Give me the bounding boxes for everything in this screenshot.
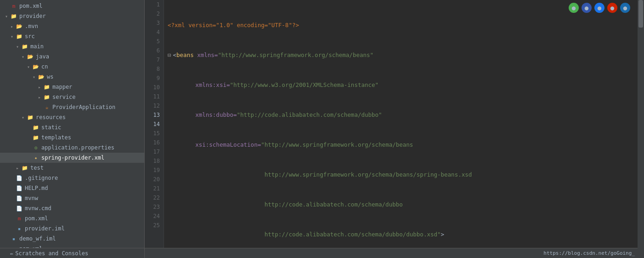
tree-item-src[interactable]: 📁 src: [0, 31, 144, 41]
file-icon: 📄: [16, 195, 23, 202]
tree-item-label: ProviderApplication: [52, 104, 115, 110]
tree-item-label: static: [41, 124, 61, 131]
tree-item-label: HELP.md: [25, 185, 48, 191]
scratches-and-consoles[interactable]: ✏️ Scratches and Consoles: [0, 248, 144, 258]
scrollbar-thumb[interactable]: [638, 0, 643, 28]
tree-item-application-properties[interactable]: ⚙ application.properties: [0, 143, 144, 153]
tree-item-templates[interactable]: 📁 templates: [0, 132, 144, 143]
code-line-2: ⊟<beans xmlns="http://www.springframewor…: [168, 51, 640, 60]
md-icon: 📄: [16, 184, 23, 192]
line-num-15: 15: [147, 129, 160, 138]
file-icon: 📄: [16, 174, 23, 182]
folder-blue-icon: 📂: [27, 53, 34, 60]
line-num-1: 1: [147, 0, 160, 9]
tree-item-main[interactable]: 📁 main: [0, 41, 144, 52]
arrow-icon: [20, 54, 26, 59]
tree-item-help-md[interactable]: 📄 HELP.md: [0, 183, 144, 193]
tree-item-label: mvnw.cmd: [25, 205, 51, 212]
file-icon: 📄: [16, 205, 23, 212]
tree-item-label: src: [25, 33, 35, 40]
line-num-6: 6: [147, 46, 160, 55]
line-num-2: 2: [147, 9, 160, 18]
tree-item-mapper[interactable]: 📁 mapper: [0, 82, 144, 92]
chrome-icon[interactable]: ●: [569, 3, 579, 13]
iml-icon: ▪: [16, 225, 23, 232]
arrow-icon: [20, 115, 26, 120]
vertical-scrollbar[interactable]: [638, 0, 644, 248]
tree-item-label: spring-provider.xml: [41, 155, 104, 161]
line-num-11: 11: [147, 92, 160, 101]
edge-icon[interactable]: ●: [620, 3, 630, 13]
firefox-icon[interactable]: ●: [582, 3, 592, 13]
folder-icon: 📁: [16, 33, 23, 40]
line-num-10: 10: [147, 83, 160, 92]
arrow-icon: [26, 135, 31, 140]
code-content[interactable]: <?xml version="1.0" encoding="UTF-8"?> ⊟…: [164, 0, 644, 248]
arrow-icon: [26, 125, 31, 130]
line-num-23: 23: [147, 202, 160, 212]
arrow-icon: [9, 34, 15, 39]
arrow-icon: [15, 44, 20, 49]
arrow-icon: [37, 104, 42, 110]
arrow-icon: [37, 84, 42, 90]
tree-item-ws[interactable]: 📂 ws: [0, 72, 144, 82]
tree-item-mvnw-cmd[interactable]: 📄 mvnw.cmd: [0, 203, 144, 213]
arrow-icon: [9, 185, 15, 191]
tree-item-label: demo_wf.iml: [19, 235, 56, 242]
scratches-label: Scratches and Consoles: [15, 250, 88, 257]
tree-item-cn[interactable]: 📂 cn: [0, 62, 144, 72]
tree-item-service[interactable]: 📁 service: [0, 92, 144, 102]
tree-item-mvn[interactable]: 📂 .mvn: [0, 21, 144, 31]
tree-item-mvnw[interactable]: 📄 mvnw: [0, 193, 144, 203]
tree-item-label: provider.iml: [25, 225, 65, 232]
line-num-7: 7: [147, 55, 160, 64]
tree-item-label: cn: [41, 63, 48, 70]
line-num-5: 5: [147, 37, 160, 46]
tree-item-demo-wf-iml[interactable]: ▪ demo_wf.iml: [0, 234, 144, 244]
line-num-9: 9: [147, 74, 160, 83]
line-num-25: 25: [147, 221, 160, 230]
line-num-19: 19: [147, 166, 160, 175]
tree-item-pom-xml-root[interactable]: m pom.xml: [0, 244, 144, 248]
bottom-url-label: https://blog.csdn.net/goGoing_: [543, 250, 635, 256]
file-tree-sidebar: m pom.xml 📁 provider 📂 .mvn 📁 src 📁 main: [0, 0, 145, 258]
tree-item-spring-provider-xml[interactable]: ✦ spring-provider.xml: [0, 153, 144, 163]
editor-scroll-area[interactable]: 1 2 3 4 5 6 7 8 9 10 11 12 13 14 15 16 1…: [145, 0, 644, 248]
arrow-icon: [9, 216, 15, 221]
tree-item-provider[interactable]: 📁 provider: [0, 11, 144, 21]
tree-item-pom-xml-inner[interactable]: m pom.xml: [0, 213, 144, 224]
folder-icon: 📁: [32, 134, 40, 141]
tree-item-provider-application[interactable]: ☕ ProviderApplication: [0, 102, 144, 112]
tree-item-label: .mvn: [25, 23, 38, 29]
tree-item-test[interactable]: 📁 test: [0, 163, 144, 173]
tree-item-java[interactable]: 📂 java: [0, 52, 144, 62]
tree-item-label: main: [30, 43, 44, 50]
code-line-3: xmlns:xsi="http://www.w3.org/2001/XMLSch…: [168, 80, 640, 90]
arrow-icon: [9, 175, 15, 181]
arrow-icon: [26, 64, 31, 69]
code-line-7: http://code.alibabatech.com/schema/dubbo: [168, 200, 640, 209]
tree-item-label: mapper: [52, 84, 72, 90]
tree-item-pom-xml-top[interactable]: m pom.xml: [0, 1, 144, 11]
file-tree[interactable]: m pom.xml 📁 provider 📂 .mvn 📁 src 📁 main: [0, 0, 144, 248]
line-num-20: 20: [147, 175, 160, 184]
tree-item-label: ws: [47, 74, 53, 80]
tree-item-gitignore[interactable]: 📄 .gitignore: [0, 173, 144, 183]
tree-item-static[interactable]: 📁 static: [0, 122, 144, 132]
browser3-icon[interactable]: ●: [594, 3, 604, 13]
code-editor: ● ● ● ● ● 1 2 3 4 5 6 7 8 9 10 11 12 13 …: [145, 0, 644, 258]
folder-icon: 📁: [21, 43, 28, 50]
arrow-icon: [9, 226, 15, 231]
code-line-8: http://code.alibabatech.com/schema/dubbo…: [168, 230, 640, 239]
tree-item-resources[interactable]: 📁 resources: [0, 112, 144, 122]
folder-blue-icon: 📂: [16, 23, 23, 30]
tree-item-label: java: [36, 53, 49, 60]
line-num-14: 14: [147, 120, 160, 129]
line-numbers: 1 2 3 4 5 6 7 8 9 10 11 12 13 14 15 16 1…: [145, 0, 164, 248]
xml-icon: ✦: [32, 154, 40, 161]
properties-icon: ⚙: [32, 144, 40, 151]
tree-item-provider-iml[interactable]: ▪ provider.iml: [0, 224, 144, 234]
line-num-18: 18: [147, 156, 160, 166]
arrow-icon: [4, 3, 9, 9]
opera-icon[interactable]: ●: [607, 3, 617, 13]
